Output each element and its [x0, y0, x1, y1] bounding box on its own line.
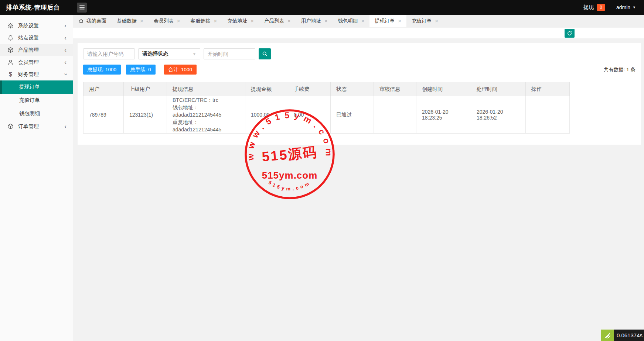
withdraw-notification[interactable]: 提现 0	[583, 4, 605, 11]
tab-label: 提现订单	[375, 18, 395, 24]
tab-1[interactable]: 基础数据×	[112, 15, 149, 27]
sidebar-subitem-label: 提现订单	[19, 84, 40, 90]
column-header: 手续费	[288, 82, 331, 96]
sidebar-subitem-wallet-details[interactable]: 钱包明细	[0, 107, 73, 120]
sidebar-item-product-management[interactable]: 产品管理‹	[0, 44, 73, 56]
table-row: 789789123123(1)BTC/ERC/TRC：trc钱包地址：adada…	[84, 96, 570, 134]
column-header: 创建时间	[416, 82, 471, 96]
tab-label: 基础数据	[117, 18, 137, 24]
tab-label: 客服链接	[191, 18, 211, 24]
close-icon[interactable]: ×	[177, 18, 180, 24]
cube-icon	[7, 123, 14, 130]
orders-table: 用户上级用户提现信息提现金额手续费状态审核信息创建时间处理时间操作7897891…	[83, 82, 570, 134]
sidebar-item-label: 产品管理	[18, 47, 39, 54]
username: admin	[616, 4, 630, 10]
home-icon	[78, 18, 84, 24]
column-header: 用户	[84, 82, 124, 96]
close-icon[interactable]: ×	[435, 18, 438, 24]
tab-6[interactable]: 用户地址×	[296, 15, 333, 27]
thinkphp-logo-icon[interactable]	[601, 330, 614, 341]
total-fee-chip[interactable]: 总手续: 0	[126, 65, 156, 75]
sidebar-item-label: 站点设置	[18, 35, 39, 41]
sidebar-item-order-management[interactable]: 订单管理‹	[0, 120, 73, 132]
record-count: 共有数据: 1 条	[604, 66, 636, 73]
dollar-icon: $	[7, 71, 14, 78]
cell-user: 789789	[84, 96, 124, 134]
tab-0[interactable]: 我的桌面	[73, 15, 112, 27]
sidebar-subitem-withdraw-orders[interactable]: 提现订单	[0, 80, 73, 94]
sidebar-item-system-settings[interactable]: 系统设置‹	[0, 20, 73, 32]
tab-5[interactable]: 产品列表×	[259, 15, 296, 27]
chevron-left-icon: ‹	[64, 35, 67, 41]
tab-8[interactable]: 提现订单×	[369, 15, 406, 27]
bell-icon	[7, 35, 14, 41]
tab-label: 充值地址	[227, 18, 247, 24]
cell-processed: 2026-01-20 18:26:52	[471, 96, 526, 134]
tab-label: 产品列表	[264, 18, 284, 24]
status-select[interactable]: 请选择状态 ▼	[138, 48, 200, 59]
refresh-icon	[567, 31, 572, 36]
sidebar-item-finance-management[interactable]: $财务管理‹	[0, 68, 73, 80]
stats-bar: 总提现: 1000 总手续: 0 合计: 1000 共有数据: 1 条	[83, 65, 636, 75]
cell-audit	[374, 96, 416, 134]
tab-7[interactable]: 钱包明细×	[333, 15, 370, 27]
filter-bar: 请选择状态 ▼	[83, 48, 636, 59]
tab-label: 用户地址	[301, 18, 321, 24]
sidebar-item-site-settings[interactable]: 站点设置‹	[0, 32, 73, 44]
debug-toolbar[interactable]: 0.061374s	[601, 330, 644, 341]
sidebar-subitem-label: 充值订单	[19, 97, 40, 104]
close-icon[interactable]: ×	[398, 18, 401, 24]
tab-2[interactable]: 会员列表×	[149, 15, 185, 27]
cell-info: BTC/ERC/TRC：trc钱包地址：adadad12121245445重复地…	[167, 96, 245, 134]
start-time-input[interactable]	[204, 48, 255, 59]
sidebar: 系统设置‹站点设置‹产品管理‹会员管理‹$财务管理‹提现订单充值订单钱包明细订单…	[0, 15, 73, 341]
search-icon	[262, 51, 268, 57]
caret-down-icon: ▼	[633, 6, 636, 9]
total-sum-chip[interactable]: 合计: 1000	[164, 65, 197, 75]
cell-action	[526, 96, 570, 134]
user-number-input[interactable]	[83, 48, 135, 59]
top-header: 排单系统-管理后台 提现 0 admin ▼	[0, 0, 644, 15]
withdraw-info-line: 钱包地址：adadad12121245445	[173, 104, 239, 118]
column-header: 操作	[526, 82, 570, 96]
withdraw-info-line: 重复地址：adadad12121245445	[173, 118, 239, 133]
gear-icon	[7, 23, 14, 29]
column-header: 提现信息	[167, 82, 245, 96]
total-withdraw-chip[interactable]: 总提现: 1000	[83, 65, 121, 75]
tab-4[interactable]: 充值地址×	[222, 15, 259, 27]
sidebar-subitem-label: 钱包明细	[19, 110, 40, 117]
column-header: 处理时间	[471, 82, 526, 96]
withdraw-count-badge: 0	[597, 4, 605, 11]
sidebar-item-label: 系统设置	[18, 23, 39, 29]
sidebar-subitem-recharge-orders[interactable]: 充值订单	[0, 94, 73, 107]
column-header: 状态	[331, 82, 374, 96]
user-menu[interactable]: admin ▼	[616, 4, 636, 10]
column-header: 审核信息	[374, 82, 416, 96]
withdraw-label: 提现	[583, 4, 594, 11]
hamburger-icon	[79, 7, 85, 8]
tab-3[interactable]: 客服链接×	[185, 15, 222, 27]
close-icon[interactable]: ×	[251, 18, 254, 24]
sidebar-item-member-management[interactable]: 会员管理‹	[0, 56, 73, 68]
close-icon[interactable]: ×	[361, 18, 365, 24]
close-icon[interactable]: ×	[140, 18, 143, 24]
close-icon[interactable]: ×	[324, 18, 328, 24]
chevron-down-icon: ‹	[62, 73, 69, 76]
sidebar-item-label: 订单管理	[18, 123, 39, 130]
toolbar-strip	[73, 28, 644, 38]
cell-parent: 123123(1)	[124, 96, 167, 134]
chevron-down-icon: ▼	[192, 52, 196, 56]
menu-toggle-button[interactable]	[77, 3, 87, 13]
refresh-button[interactable]	[565, 29, 575, 38]
cube-icon	[7, 47, 14, 53]
sidebar-item-label: 会员管理	[18, 59, 39, 66]
tab-label: 充值订单	[412, 18, 432, 24]
close-icon[interactable]: ×	[214, 18, 217, 24]
search-button[interactable]	[259, 48, 271, 59]
cell-created: 2026-01-20 18:23:25	[416, 96, 471, 134]
close-icon[interactable]: ×	[287, 18, 291, 24]
tab-label: 钱包明细	[338, 18, 358, 24]
tab-9[interactable]: 充值订单×	[406, 15, 443, 27]
chevron-left-icon: ‹	[64, 47, 67, 53]
withdraw-orders-panel: 请选择状态 ▼ 总提现: 1000 总手续: 0 合计: 1000 共有数据: …	[78, 43, 641, 145]
